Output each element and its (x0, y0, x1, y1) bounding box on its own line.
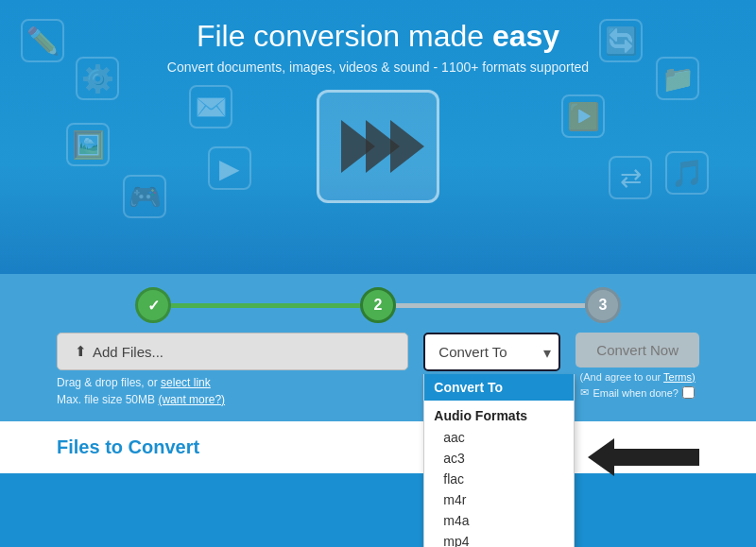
steps-bar: ✓ 2 3 (0, 274, 756, 333)
step-3-circle: 3 (585, 287, 621, 323)
agree-terms-text: (And agree to our Terms) (580, 371, 696, 383)
title-regular: Files to (57, 436, 123, 457)
add-files-label: Add Files... (93, 344, 163, 360)
envelope-icon: ✉ (580, 386, 589, 399)
convert-to-select[interactable]: Convert To (423, 333, 560, 371)
want-more-link[interactable]: (want more?) (158, 393, 225, 406)
convert-to-wrapper: Convert To ▾ Convert To Audio Formats aa… (423, 333, 560, 371)
step-line-1 (171, 303, 360, 308)
title-bold-bottom: Convert (129, 436, 200, 457)
transfer-icon: ⇄ (609, 156, 652, 199)
upload-icon: ⬆ (75, 343, 87, 360)
format-ac3[interactable]: ac3 (424, 448, 574, 469)
arrow3 (390, 120, 424, 173)
convert-to-dropdown: Convert To Audio Formats aac ac3 flac m4… (423, 374, 575, 547)
arrow-annotation (588, 438, 699, 476)
left-column: ⬆ Add Files... Drag & drop files, or sel… (57, 333, 408, 408)
max-size-text: Max. file size 50MB (57, 393, 155, 406)
dropdown-header: Convert To (424, 374, 574, 401)
email-label: Email when done? (593, 387, 679, 399)
right-column: Convert Now (And agree to our Terms) ✉ E… (576, 333, 699, 399)
drag-info: Drag & drop files, or select link Max. f… (57, 374, 408, 408)
add-files-button[interactable]: ⬆ Add Files... (57, 333, 408, 370)
arrow-body (614, 449, 699, 466)
video-icon: ▶️ (561, 94, 605, 138)
title-normal: File conversion made (197, 19, 484, 53)
terms-link[interactable]: Terms) (663, 371, 696, 383)
audio-formats-header: Audio Formats (424, 401, 574, 427)
step-1-circle: ✓ (135, 287, 171, 323)
format-flac[interactable]: flac (424, 469, 574, 489)
select-link[interactable]: select link (161, 376, 211, 389)
image-icon: 🖼️ (66, 123, 110, 166)
middle-column: Convert To ▾ Convert To Audio Formats aa… (423, 333, 560, 371)
bottom-section: Files to Convert (0, 421, 756, 473)
step-2-circle: 2 (360, 287, 396, 323)
hero-subtitle: Convert documents, images, videos & soun… (0, 60, 756, 75)
message-icon: ✉️ (189, 85, 232, 128)
agree-text: (And agree to our (580, 371, 662, 383)
gamepad-icon: 🎮 (123, 175, 166, 218)
format-mp4[interactable]: mp4 (424, 531, 574, 547)
email-checkbox[interactable] (682, 386, 695, 399)
drag-text: Drag & drop files, or (57, 376, 158, 389)
hero-section: ✏️ ⚙️ 🖼️ 🎮 ✉️ ▶ 📁 🔄 ▶️ 🎵 ⇄ File conversi… (0, 0, 756, 274)
play-icon: ▶ (208, 146, 251, 190)
title-bold: easy (492, 19, 559, 53)
music-icon: 🎵 (665, 151, 709, 195)
page-title: File conversion made easy (0, 19, 756, 54)
format-m4r[interactable]: m4r (424, 489, 574, 510)
arrow-head (588, 438, 614, 476)
play-arrows (341, 120, 415, 173)
email-row: ✉ Email when done? (580, 386, 695, 399)
step-line-2 (396, 303, 585, 308)
format-m4a[interactable]: m4a (424, 510, 574, 531)
format-aac[interactable]: aac (424, 427, 574, 448)
convert-now-button[interactable]: Convert Now (576, 333, 699, 368)
logo-area (317, 90, 439, 203)
controls-row: ⬆ Add Files... Drag & drop files, or sel… (0, 333, 756, 421)
files-to-convert-title: Files to Convert (57, 436, 199, 458)
